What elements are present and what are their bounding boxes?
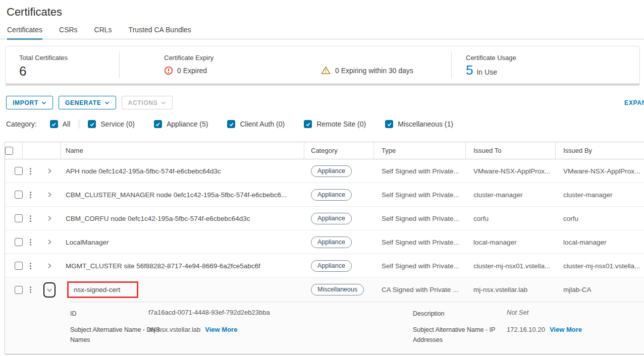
detail-description-label: Description (413, 309, 503, 319)
category-filter-label: Category: (6, 120, 37, 128)
column-header-type: Type (373, 142, 465, 159)
row-checkbox[interactable] (15, 262, 23, 270)
chevron-down-icon (161, 101, 166, 105)
tab-certificates[interactable]: Certificates (7, 26, 42, 40)
chevron-right-icon[interactable] (46, 239, 52, 245)
checkbox-checked-icon[interactable] (88, 120, 96, 128)
in-use-label: In Use (476, 68, 497, 76)
column-header-name: Name (61, 142, 304, 159)
detail-description-value: Not Set (507, 309, 528, 316)
category-badge: Appliance (311, 189, 352, 201)
checkbox-checked-icon[interactable] (154, 120, 162, 128)
card-divider (451, 51, 452, 78)
toolbar: IMPORT GENERATE ACTIONS (6, 96, 173, 109)
chevron-right-icon[interactable] (46, 168, 52, 174)
row-menu-kebab-icon[interactable] (30, 238, 31, 247)
filter-miscellaneous[interactable]: Miscellaneous (1) (385, 120, 453, 128)
cert-name: LocalManager (61, 239, 304, 246)
filter-separator (79, 120, 79, 129)
row-checkbox[interactable] (15, 167, 23, 175)
cert-issued-by: VMware-NSX-ApplProx... (556, 167, 644, 175)
total-certificates-value: 6 (19, 64, 68, 79)
chevron-right-icon[interactable] (46, 263, 52, 269)
filter-appliance[interactable]: Appliance (5) (154, 120, 208, 128)
row-menu-kebab-icon[interactable] (30, 262, 31, 270)
checkbox-checked-icon[interactable] (304, 120, 312, 128)
cert-issued-by: mjlab-CA (556, 286, 644, 293)
expired-count-text: 0 Expired (177, 67, 207, 75)
cert-type: Self Signed with Private... (374, 191, 466, 199)
certificate-expiry-label: Certificate Expiry (164, 54, 213, 62)
error-circle-icon (164, 66, 173, 75)
detail-san-ip-label: Subject Alternative Name - IP Addresses (413, 325, 503, 345)
actions-button[interactable]: ACTIONS (122, 96, 173, 109)
filter-service[interactable]: Service (0) (88, 120, 135, 128)
tab-csrs[interactable]: CSRs (59, 26, 78, 40)
cert-name: MGMT_CLUSTER site 56f88282-8717-4e94-866… (61, 262, 304, 270)
total-certificates-section: Total Certificates 6 (19, 54, 68, 79)
category-badge: Appliance (311, 236, 352, 248)
filter-remote-site[interactable]: Remote Site (0) (304, 120, 366, 128)
tab-crls[interactable]: CRLs (94, 26, 112, 40)
card-divider (119, 51, 120, 78)
cert-name: APH node 0efc1c42-195a-5fbc-574f-e6cbebc… (61, 167, 304, 175)
chevron-down-icon (104, 101, 110, 105)
generate-button[interactable]: GENERATE (59, 96, 116, 109)
cert-issued-to: cluster-mj-nsx01.vstella... (466, 262, 556, 270)
row-menu-kebab-icon[interactable] (30, 285, 31, 294)
cert-type: Self Signed with Private... (374, 239, 466, 246)
chevron-right-icon[interactable] (46, 215, 52, 221)
column-header-category: Category (304, 142, 373, 159)
detail-san-dns-label: Subject Alternative Name - DNS Names (70, 325, 160, 345)
tab-trusted-ca-bundles[interactable]: Trusted CA Bundles (129, 26, 191, 40)
row-menu-kebab-icon[interactable] (30, 167, 31, 175)
certificate-expiry-section: Certificate Expiry 0 Expired (164, 54, 213, 75)
cert-name: CBM_CLUSTER_MANAGER node 0efc1c42-195a-5… (61, 191, 304, 199)
column-header-issued-by: Issued By (555, 142, 644, 159)
row-checkbox[interactable] (15, 214, 23, 222)
in-use-count: 5 (466, 63, 473, 78)
cert-issued-to: mj-nsx.vstellar.lab (466, 286, 556, 293)
cert-type: Self Signed with Private... (374, 167, 466, 175)
chevron-down-icon (46, 287, 52, 293)
table-row: LocalManager Appliance Self Signed with … (5, 230, 644, 254)
chevron-right-icon[interactable] (46, 192, 52, 198)
certificate-summary-card: Total Certificates 6 Certificate Expiry … (5, 46, 640, 84)
detail-id-value: f7a16acd-0071-4448-93ef-792d2eb23bba (148, 309, 270, 316)
warning-triangle-icon (321, 66, 331, 75)
row-menu-kebab-icon[interactable] (30, 214, 31, 223)
cert-issued-by: corfu (556, 215, 644, 222)
tabs-divider (0, 39, 644, 39)
cert-issued-by: local-manager (556, 239, 644, 246)
view-more-link[interactable]: View More (205, 326, 237, 333)
import-button[interactable]: IMPORT (6, 96, 53, 109)
detail-san-dns-value: mj-nsx.vstellar.lab (148, 326, 200, 333)
cert-type: Self Signed with Private... (374, 262, 466, 270)
row-checkbox[interactable] (15, 191, 23, 199)
filter-all[interactable]: All (50, 120, 71, 128)
expand-all-link[interactable]: EXPAND ALL (624, 99, 644, 106)
table-header-row: Name Category Type Issued To Issued By (5, 142, 644, 159)
cert-name: CBM_CORFU node 0efc1c42-195a-5fbc-574f-e… (61, 215, 304, 222)
cert-issued-by: cluster-manager (556, 191, 644, 199)
certificates-table: Name Category Type Issued To Issued By A… (5, 142, 644, 354)
checkbox-checked-icon[interactable] (385, 120, 393, 128)
cert-issued-to: corfu (466, 215, 556, 222)
select-all-checkbox[interactable] (5, 147, 13, 155)
checkbox-checked-icon[interactable] (50, 120, 58, 128)
page-title: Certificates (7, 6, 62, 19)
row-checkbox[interactable] (15, 286, 23, 294)
checkbox-checked-icon[interactable] (227, 120, 235, 128)
row-checkbox[interactable] (15, 238, 23, 246)
filter-client-auth[interactable]: Client Auth (0) (227, 120, 285, 128)
view-more-link[interactable]: View More (550, 326, 582, 333)
row-menu-kebab-icon[interactable] (30, 191, 31, 199)
table-row: CBM_CLUSTER_MANAGER node 0efc1c42-195a-5… (5, 183, 644, 207)
cert-name: nsx-signed-cert (61, 286, 304, 293)
cert-type: Self Signed with Private... (374, 215, 466, 222)
category-badge: Miscellaneous (311, 284, 364, 295)
cert-detail-panel: ID f7a16acd-0071-4448-93ef-792d2eb23bba … (5, 302, 644, 354)
collapse-row-button[interactable] (43, 282, 56, 298)
category-badge: Appliance (311, 213, 352, 224)
certificate-usage-section: Certificate Usage 5 In Use (466, 54, 516, 78)
